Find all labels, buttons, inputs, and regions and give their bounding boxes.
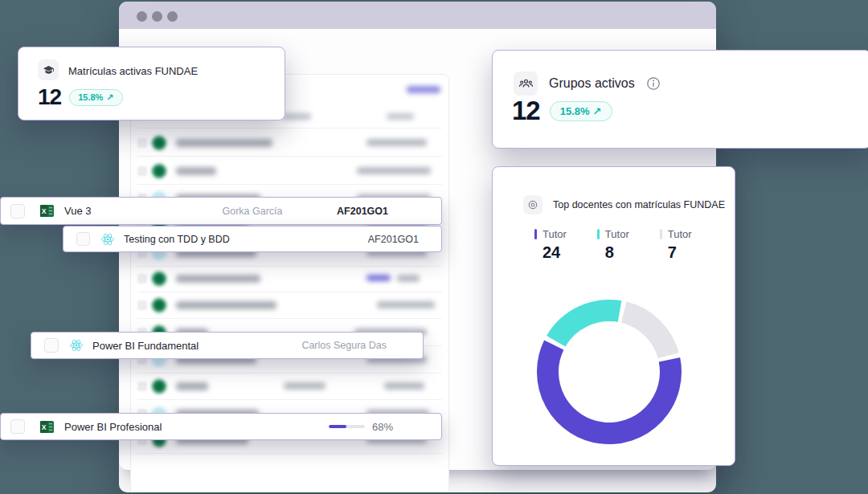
donut-segment [624,312,668,356]
donut-segment [556,311,620,341]
trend-badge: 15.8%↗ [550,101,612,121]
info-icon[interactable] [646,76,661,91]
course-row-vue3[interactable]: X Vue 3 Gorka García AF201GO1 [0,197,442,225]
blurred-row-element [152,379,166,394]
legend-swatch [597,229,600,239]
chart-title: Top docentes con matrículas FUNDAE [553,199,725,210]
blurred-row-element [137,453,442,454]
blurred-row-element [384,382,424,390]
blurred-row-element [137,274,147,284]
legend-item: Tutor 8 [597,228,629,262]
graduation-cap-icon [38,59,59,80]
row-checkbox[interactable] [76,232,90,246]
window-dot-3[interactable] [167,11,178,22]
blurred-row-element [366,275,391,281]
blurred-row-element [357,167,431,174]
kpi-value: 12 [512,96,540,126]
target-icon [523,195,542,214]
row-checkbox[interactable] [44,338,59,353]
blurred-row-element [176,167,216,175]
course-title: Power BI Profesional [64,421,162,433]
blurred-row-element [137,266,442,267]
react-icon [69,338,84,353]
course-row-pbi-fundamental[interactable]: Power BI Fundamental Carlos Segura Das [31,332,424,359]
course-title: Power BI Fundamental [92,340,199,352]
course-group-code: AF201GO1 [368,234,419,245]
legend-value: 24 [534,243,567,262]
course-teacher: Carlos Segura Das [301,340,387,351]
blurred-row-element [137,318,442,319]
chart-legend: Tutor 24 Tutor 8 Tutor 7 [534,228,692,262]
svg-text:X: X [42,423,47,431]
window-dot-2[interactable] [152,11,162,22]
course-title: Testing con TDD y BDD [124,234,230,245]
blurred-row-element [137,300,147,310]
blurred-row-element [284,382,326,390]
blurred-row-element [152,271,166,286]
window-titlebar [119,2,716,29]
progress-bar [329,425,365,428]
blurred-row-element [152,136,166,150]
blurred-row-element [137,382,147,391]
blurred-row-element [137,166,147,176]
blurred-row-element [397,275,420,282]
blurred-row-element [152,164,166,178]
legend-item: Tutor 24 [534,228,567,262]
window-dot-1[interactable] [137,11,147,22]
blurred-row-element [377,301,435,308]
users-icon [514,71,538,96]
kpi-title: Matrículas activas FUNDAE [68,65,198,77]
blurred-row-element [137,138,147,148]
donut-chart [529,292,690,452]
excel-icon: X [39,203,55,218]
blurred-row-element [137,373,442,374]
trend-badge: 15.8%↗ [69,89,122,106]
blurred-row-element [137,156,442,157]
blurred-row-element [137,292,442,292]
kpi-value: 12 [38,84,61,110]
blurred-row-element [176,139,272,147]
row-checkbox[interactable] [10,419,25,434]
blurred-row-element [137,399,442,400]
legend-swatch [660,229,662,239]
blurred-row-element [176,275,260,283]
blurred-row-element [176,301,276,309]
progress-label: 68% [372,421,393,433]
legend-item: Tutor 7 [660,228,692,262]
blurred-row-element [152,298,166,312]
trend-arrow-icon: ↗ [106,92,113,103]
course-row-pbi-profesional[interactable]: X Power BI Profesional 68% [0,413,442,440]
course-row-testing[interactable]: Testing con TDD y BDD AF201GO1 [63,226,442,252]
kpi-title: Grupos activos [549,76,635,91]
row-checkbox[interactable] [10,204,25,218]
course-teacher: Gorka García [216,206,289,217]
legend-value: 8 [597,243,629,262]
legend-value: 7 [660,243,692,262]
blurred-row-element [137,184,442,185]
excel-icon: X [39,419,55,435]
trend-arrow-icon: ↗ [593,105,602,117]
kpi-card-grupos: Grupos activos 12 15.8%↗ [492,50,868,149]
progress-fill [329,425,346,428]
legend-swatch [534,229,537,239]
course-group-code: AF201GO1 [337,206,388,217]
kpi-card-matriculas: Matrículas activas FUNDAE 12 15.8%↗ [18,47,285,120]
svg-text:X: X [42,207,47,215]
blurred-row-element [366,139,427,146]
course-title: Vue 3 [64,205,92,217]
react-icon [100,232,115,247]
donut-chart-card: Top docentes con matrículas FUNDAE Tutor… [492,166,735,466]
blurred-row-element [176,382,208,390]
donut-segment [547,345,670,433]
